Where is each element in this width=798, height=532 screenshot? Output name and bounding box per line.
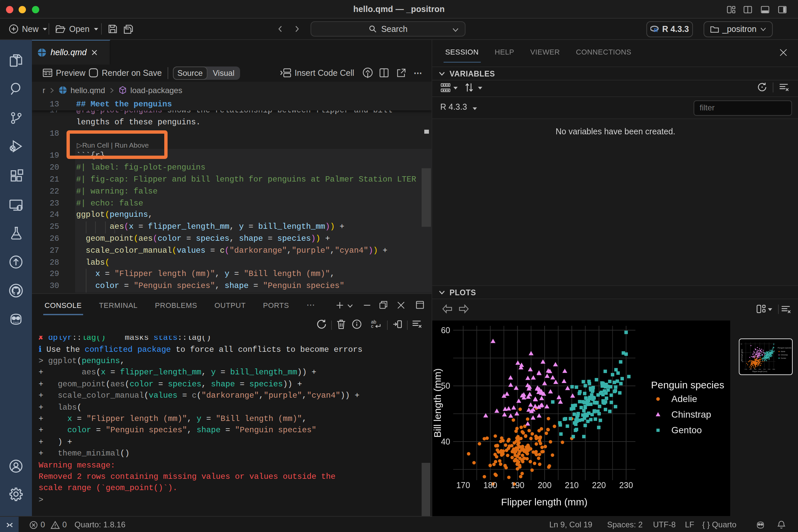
svg-text:Gentoo: Gentoo [780,357,786,359]
svg-text:170: 170 [744,368,747,370]
svg-text:210: 210 [565,480,579,490]
svg-text:190: 190 [511,480,525,490]
svg-text:c: c [371,323,374,328]
svg-text:Penguin species: Penguin species [651,379,724,390]
svg-text:Gentoo: Gentoo [671,424,702,435]
svg-text:180: 180 [749,368,752,370]
svg-text:220: 220 [767,368,770,370]
svg-text:40: 40 [741,360,743,362]
svg-text:190: 190 [754,368,756,370]
svg-text:230: 230 [772,368,775,370]
svg-text:60: 60 [740,343,742,344]
svg-text:50: 50 [741,352,743,353]
svg-text:230: 230 [619,480,633,490]
svg-text:220: 220 [592,480,606,490]
svg-text:Chinstrap: Chinstrap [780,354,788,356]
svg-text:170: 170 [456,480,470,490]
svg-text:Bill length (mm): Bill length (mm) [740,349,742,361]
svg-text:210: 210 [763,368,765,370]
svg-text:Adelie: Adelie [671,393,697,404]
svg-text:Penguin species: Penguin species [777,346,791,348]
svg-text:Flipper length (mm): Flipper length (mm) [752,370,767,372]
svg-text:180: 180 [483,480,497,490]
svg-text:R: R [654,26,658,33]
svg-text:200: 200 [538,480,552,490]
svg-text:60: 60 [441,325,450,335]
svg-text:40: 40 [441,437,450,446]
svg-text:Bill length (mm): Bill length (mm) [432,368,443,437]
svg-text:Chinstrap: Chinstrap [671,409,711,419]
svg-text:Flipper length (mm): Flipper length (mm) [501,496,588,507]
svg-text:Adelie: Adelie [780,350,785,352]
svg-text:200: 200 [758,368,761,370]
